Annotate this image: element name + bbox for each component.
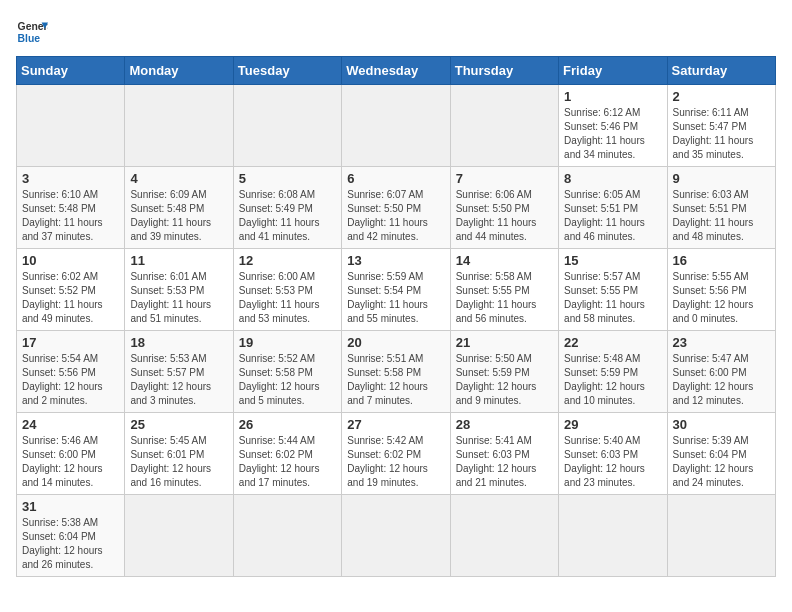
col-header-saturday: Saturday	[667, 57, 775, 85]
day-cell: 6Sunrise: 6:07 AMSunset: 5:50 PMDaylight…	[342, 167, 450, 249]
day-number: 23	[673, 335, 770, 350]
day-cell: 1Sunrise: 6:12 AMSunset: 5:46 PMDaylight…	[559, 85, 667, 167]
col-header-thursday: Thursday	[450, 57, 558, 85]
col-header-monday: Monday	[125, 57, 233, 85]
day-cell: 13Sunrise: 5:59 AMSunset: 5:54 PMDayligh…	[342, 249, 450, 331]
day-number: 25	[130, 417, 227, 432]
day-cell: 27Sunrise: 5:42 AMSunset: 6:02 PMDayligh…	[342, 413, 450, 495]
day-number: 7	[456, 171, 553, 186]
day-number: 10	[22, 253, 119, 268]
day-cell	[342, 495, 450, 577]
day-cell: 26Sunrise: 5:44 AMSunset: 6:02 PMDayligh…	[233, 413, 341, 495]
col-header-friday: Friday	[559, 57, 667, 85]
logo: General Blue	[16, 16, 48, 48]
day-number: 28	[456, 417, 553, 432]
day-number: 30	[673, 417, 770, 432]
day-info: Sunrise: 5:39 AMSunset: 6:04 PMDaylight:…	[673, 434, 770, 490]
day-info: Sunrise: 6:08 AMSunset: 5:49 PMDaylight:…	[239, 188, 336, 244]
week-row-2: 3Sunrise: 6:10 AMSunset: 5:48 PMDaylight…	[17, 167, 776, 249]
day-cell: 29Sunrise: 5:40 AMSunset: 6:03 PMDayligh…	[559, 413, 667, 495]
day-cell: 28Sunrise: 5:41 AMSunset: 6:03 PMDayligh…	[450, 413, 558, 495]
week-row-1: 1Sunrise: 6:12 AMSunset: 5:46 PMDaylight…	[17, 85, 776, 167]
day-info: Sunrise: 6:07 AMSunset: 5:50 PMDaylight:…	[347, 188, 444, 244]
day-info: Sunrise: 6:00 AMSunset: 5:53 PMDaylight:…	[239, 270, 336, 326]
calendar-body: 1Sunrise: 6:12 AMSunset: 5:46 PMDaylight…	[17, 85, 776, 577]
day-number: 1	[564, 89, 661, 104]
day-number: 6	[347, 171, 444, 186]
day-cell: 8Sunrise: 6:05 AMSunset: 5:51 PMDaylight…	[559, 167, 667, 249]
day-cell: 5Sunrise: 6:08 AMSunset: 5:49 PMDaylight…	[233, 167, 341, 249]
day-info: Sunrise: 5:51 AMSunset: 5:58 PMDaylight:…	[347, 352, 444, 408]
day-cell: 3Sunrise: 6:10 AMSunset: 5:48 PMDaylight…	[17, 167, 125, 249]
logo-icon: General Blue	[16, 16, 48, 48]
day-number: 2	[673, 89, 770, 104]
day-cell	[450, 85, 558, 167]
day-info: Sunrise: 5:38 AMSunset: 6:04 PMDaylight:…	[22, 516, 119, 572]
page-header: General Blue	[16, 16, 776, 48]
day-cell	[233, 495, 341, 577]
day-number: 11	[130, 253, 227, 268]
day-cell: 4Sunrise: 6:09 AMSunset: 5:48 PMDaylight…	[125, 167, 233, 249]
day-cell	[17, 85, 125, 167]
day-cell: 25Sunrise: 5:45 AMSunset: 6:01 PMDayligh…	[125, 413, 233, 495]
day-number: 5	[239, 171, 336, 186]
day-number: 27	[347, 417, 444, 432]
day-number: 22	[564, 335, 661, 350]
day-cell: 23Sunrise: 5:47 AMSunset: 6:00 PMDayligh…	[667, 331, 775, 413]
day-info: Sunrise: 6:11 AMSunset: 5:47 PMDaylight:…	[673, 106, 770, 162]
day-number: 26	[239, 417, 336, 432]
day-number: 31	[22, 499, 119, 514]
day-info: Sunrise: 5:53 AMSunset: 5:57 PMDaylight:…	[130, 352, 227, 408]
day-cell: 20Sunrise: 5:51 AMSunset: 5:58 PMDayligh…	[342, 331, 450, 413]
day-info: Sunrise: 5:48 AMSunset: 5:59 PMDaylight:…	[564, 352, 661, 408]
day-number: 18	[130, 335, 227, 350]
day-info: Sunrise: 6:12 AMSunset: 5:46 PMDaylight:…	[564, 106, 661, 162]
day-info: Sunrise: 5:54 AMSunset: 5:56 PMDaylight:…	[22, 352, 119, 408]
day-cell: 7Sunrise: 6:06 AMSunset: 5:50 PMDaylight…	[450, 167, 558, 249]
day-info: Sunrise: 5:42 AMSunset: 6:02 PMDaylight:…	[347, 434, 444, 490]
day-number: 19	[239, 335, 336, 350]
day-cell	[125, 85, 233, 167]
day-number: 14	[456, 253, 553, 268]
col-header-wednesday: Wednesday	[342, 57, 450, 85]
day-cell	[233, 85, 341, 167]
day-info: Sunrise: 6:09 AMSunset: 5:48 PMDaylight:…	[130, 188, 227, 244]
day-cell: 31Sunrise: 5:38 AMSunset: 6:04 PMDayligh…	[17, 495, 125, 577]
day-cell: 16Sunrise: 5:55 AMSunset: 5:56 PMDayligh…	[667, 249, 775, 331]
week-row-6: 31Sunrise: 5:38 AMSunset: 6:04 PMDayligh…	[17, 495, 776, 577]
day-info: Sunrise: 6:02 AMSunset: 5:52 PMDaylight:…	[22, 270, 119, 326]
day-cell: 17Sunrise: 5:54 AMSunset: 5:56 PMDayligh…	[17, 331, 125, 413]
week-row-5: 24Sunrise: 5:46 AMSunset: 6:00 PMDayligh…	[17, 413, 776, 495]
day-number: 15	[564, 253, 661, 268]
day-number: 29	[564, 417, 661, 432]
day-cell: 11Sunrise: 6:01 AMSunset: 5:53 PMDayligh…	[125, 249, 233, 331]
day-number: 12	[239, 253, 336, 268]
day-number: 24	[22, 417, 119, 432]
day-info: Sunrise: 5:44 AMSunset: 6:02 PMDaylight:…	[239, 434, 336, 490]
svg-text:Blue: Blue	[18, 33, 41, 44]
day-cell	[450, 495, 558, 577]
calendar-table: SundayMondayTuesdayWednesdayThursdayFrid…	[16, 56, 776, 577]
day-cell: 10Sunrise: 6:02 AMSunset: 5:52 PMDayligh…	[17, 249, 125, 331]
day-info: Sunrise: 5:52 AMSunset: 5:58 PMDaylight:…	[239, 352, 336, 408]
col-header-sunday: Sunday	[17, 57, 125, 85]
day-info: Sunrise: 5:45 AMSunset: 6:01 PMDaylight:…	[130, 434, 227, 490]
day-info: Sunrise: 5:59 AMSunset: 5:54 PMDaylight:…	[347, 270, 444, 326]
calendar-header-row: SundayMondayTuesdayWednesdayThursdayFrid…	[17, 57, 776, 85]
day-cell	[342, 85, 450, 167]
day-cell	[667, 495, 775, 577]
week-row-4: 17Sunrise: 5:54 AMSunset: 5:56 PMDayligh…	[17, 331, 776, 413]
col-header-tuesday: Tuesday	[233, 57, 341, 85]
day-cell: 9Sunrise: 6:03 AMSunset: 5:51 PMDaylight…	[667, 167, 775, 249]
day-info: Sunrise: 6:03 AMSunset: 5:51 PMDaylight:…	[673, 188, 770, 244]
day-info: Sunrise: 6:10 AMSunset: 5:48 PMDaylight:…	[22, 188, 119, 244]
day-number: 8	[564, 171, 661, 186]
day-info: Sunrise: 5:46 AMSunset: 6:00 PMDaylight:…	[22, 434, 119, 490]
day-info: Sunrise: 5:50 AMSunset: 5:59 PMDaylight:…	[456, 352, 553, 408]
day-cell: 12Sunrise: 6:00 AMSunset: 5:53 PMDayligh…	[233, 249, 341, 331]
day-cell: 18Sunrise: 5:53 AMSunset: 5:57 PMDayligh…	[125, 331, 233, 413]
day-info: Sunrise: 5:55 AMSunset: 5:56 PMDaylight:…	[673, 270, 770, 326]
week-row-3: 10Sunrise: 6:02 AMSunset: 5:52 PMDayligh…	[17, 249, 776, 331]
day-number: 17	[22, 335, 119, 350]
day-info: Sunrise: 6:01 AMSunset: 5:53 PMDaylight:…	[130, 270, 227, 326]
